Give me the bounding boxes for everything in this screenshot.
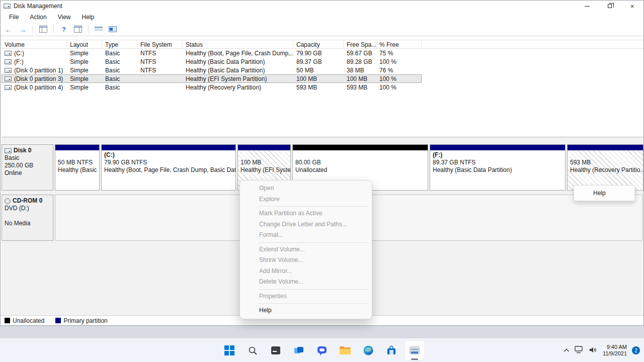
store-button[interactable] — [381, 340, 401, 360]
file-explorer-icon — [339, 345, 351, 355]
cell-percent-free: 76 % — [376, 67, 422, 74]
disk0-name: Disk 0 — [14, 147, 31, 154]
chat-button[interactable] — [312, 340, 332, 360]
table-row[interactable]: (Disk 0 partition 1) Simple Basic NTFS H… — [2, 66, 422, 74]
cell-free-space: 89.28 GB — [344, 58, 376, 65]
table-row[interactable]: (F:) Simple Basic NTFS Healthy (Basic Da… — [2, 57, 422, 66]
disk0-size: 250.00 GB — [5, 162, 50, 169]
table-row-selected[interactable]: (Disk 0 partition 3) Simple Basic Health… — [2, 74, 422, 83]
partition-recovery[interactable]: 593 MB Healthy (Recovery Partitio... — [567, 144, 643, 191]
forward-icon[interactable]: → — [18, 25, 28, 34]
table-row[interactable]: (Disk 0 partition 4) Simple Basic Health… — [2, 83, 422, 92]
cell-layout: Simple — [67, 50, 102, 57]
partition-50mb[interactable]: 50 MB NTFS Healthy (Basic — [55, 144, 100, 191]
help-icon[interactable]: ? — [59, 25, 69, 34]
app-icon — [4, 4, 11, 9]
cell-file-system: NTFS — [137, 58, 183, 65]
cdrom-label[interactable]: CD-ROM 0 DVD (D:) No Media — [2, 195, 53, 241]
cell-percent-free: 75 % — [376, 50, 422, 57]
search-button[interactable] — [243, 340, 263, 360]
edge-button[interactable] — [358, 340, 378, 360]
dark-app-icon — [270, 345, 281, 356]
back-icon[interactable]: ← — [4, 25, 14, 34]
notification-badge[interactable]: 2 — [632, 346, 640, 354]
legend-primary-label: Primary partition — [63, 317, 107, 324]
menu-item-explore[interactable]: Explore — [240, 194, 372, 205]
cdrom-name: CD-ROM 0 — [13, 197, 42, 205]
restore-button[interactable] — [598, 1, 621, 12]
partition-header — [568, 145, 643, 150]
volume-list-view-icon[interactable] — [94, 25, 104, 34]
cell-free-space: 38 MB — [344, 67, 376, 74]
minimize-button[interactable] — [576, 1, 598, 12]
menu-item-change-letter[interactable]: Change Drive Letter and Paths... — [240, 219, 372, 230]
menu-item-mark-active[interactable]: Mark Partition as Active — [240, 208, 372, 219]
partition-size: 89.37 GB NTFS — [433, 159, 562, 166]
column-status[interactable]: Status — [183, 40, 293, 48]
cell-layout: Simple — [67, 58, 102, 65]
menu-item-properties[interactable]: Properties — [240, 291, 372, 302]
cell-volume: (C:) — [14, 50, 24, 57]
column-percent-free[interactable]: % Free — [376, 40, 422, 48]
cell-capacity: 79.90 GB — [293, 50, 344, 57]
partition-size: 80.00 GB — [295, 159, 425, 166]
menubar: File Action View Help — [1, 12, 643, 23]
windows-logo-icon — [224, 345, 235, 356]
cell-percent-free: 100 % — [376, 58, 422, 65]
clock-time: 9:40 AM — [603, 344, 627, 350]
toolbar-separator — [53, 25, 54, 33]
table-row[interactable]: (C:) Simple Basic NTFS Healthy (Boot, Pa… — [2, 49, 422, 57]
disk-management-taskbar-button[interactable] — [405, 340, 425, 360]
menu-help[interactable]: Help — [77, 13, 99, 22]
cell-percent-free: 100 % — [376, 84, 422, 91]
partition-status: Healthy (Recovery Partitio... — [570, 166, 640, 174]
menu-item-add-mirror[interactable]: Add Mirror... — [240, 266, 372, 277]
tray-chevron-button[interactable] — [564, 347, 570, 354]
start-button[interactable] — [219, 340, 239, 360]
cell-layout: Simple — [67, 75, 102, 82]
file-explorer-button[interactable] — [335, 340, 355, 360]
network-button[interactable] — [575, 346, 584, 355]
partition-size: 50 MB NTFS — [58, 159, 97, 166]
partition-header — [102, 145, 235, 150]
menu-item-help[interactable]: Help — [240, 305, 372, 316]
column-layout[interactable]: Layout — [67, 40, 102, 48]
disk-icon — [5, 148, 12, 153]
menu-action[interactable]: Action — [25, 13, 51, 22]
properties-panel-icon[interactable] — [73, 25, 83, 34]
volume-button[interactable] — [589, 346, 598, 355]
cell-type: Basic — [102, 84, 137, 91]
menu-item-extend-volume[interactable]: Extend Volume... — [240, 244, 372, 255]
chevron-up-icon — [564, 348, 570, 352]
column-volume[interactable]: Volume — [2, 40, 67, 48]
partition-c[interactable]: (C:) 79.90 GB NTFS Healthy (Boot, Page F… — [101, 144, 236, 191]
cell-status: Healthy (Basic Data Partition) — [183, 58, 293, 65]
graphical-view-icon[interactable] — [108, 25, 118, 34]
column-file-system[interactable]: File System — [137, 40, 183, 48]
partition-size: 100 MB — [240, 159, 288, 166]
menu-file[interactable]: File — [5, 13, 23, 22]
task-view-button[interactable] — [289, 340, 309, 360]
partition-header — [55, 145, 99, 150]
cell-status: Healthy (Recovery Partition) — [183, 84, 293, 91]
menu-item-format[interactable]: Format... — [240, 230, 372, 241]
toolbar: ← → ? — [1, 23, 643, 36]
column-type[interactable]: Type — [102, 40, 137, 48]
close-button[interactable]: × — [621, 1, 643, 12]
cell-capacity: 89.37 GB — [293, 58, 344, 65]
disk0-label[interactable]: Disk 0 Basic 250.00 GB Online — [2, 144, 53, 191]
menu-item-open[interactable]: Open — [240, 183, 372, 194]
column-capacity[interactable]: Capacity — [293, 40, 344, 48]
menu-item-delete-volume[interactable]: Delete Volume... — [240, 277, 372, 288]
console-tree-icon[interactable] — [38, 25, 48, 34]
column-free-space[interactable]: Free Spa... — [344, 40, 376, 48]
partition-title: (C:) — [104, 151, 233, 159]
menu-item-shrink-volume[interactable]: Shrink Volume... — [240, 255, 372, 266]
menu-view[interactable]: View — [53, 13, 75, 22]
partition-f[interactable]: (F:) 89.37 GB NTFS Healthy (Basic Data P… — [430, 144, 566, 191]
task-view-icon — [293, 345, 304, 356]
clock[interactable]: 9:40 AM 11/9/2021 — [603, 344, 627, 357]
desktop[interactable] — [0, 326, 644, 338]
cell-free-space: 59.67 GB — [344, 50, 376, 57]
dark-app-button[interactable] — [266, 340, 286, 360]
